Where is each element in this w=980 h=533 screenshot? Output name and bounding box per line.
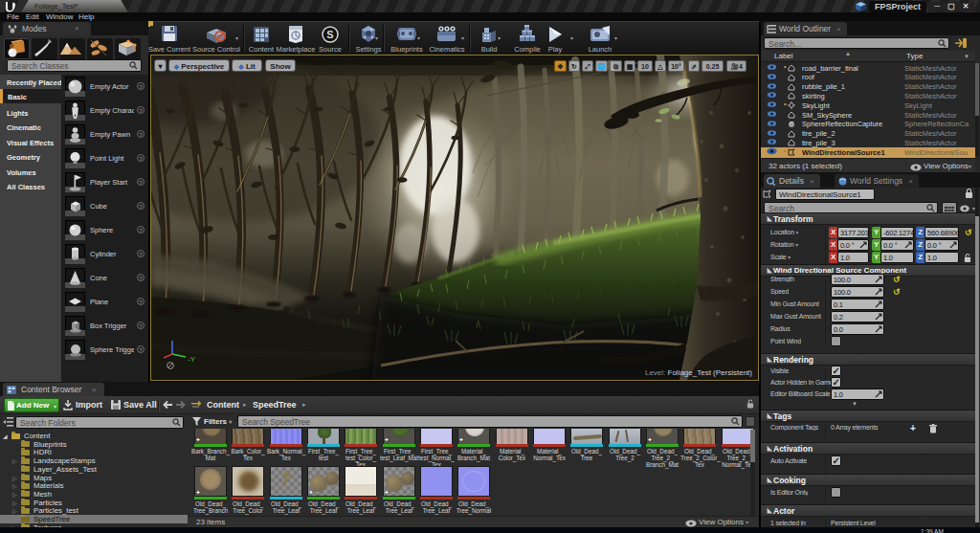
svg-text:S: S (326, 29, 333, 40)
svg-text:-Y: -Y (188, 355, 196, 364)
